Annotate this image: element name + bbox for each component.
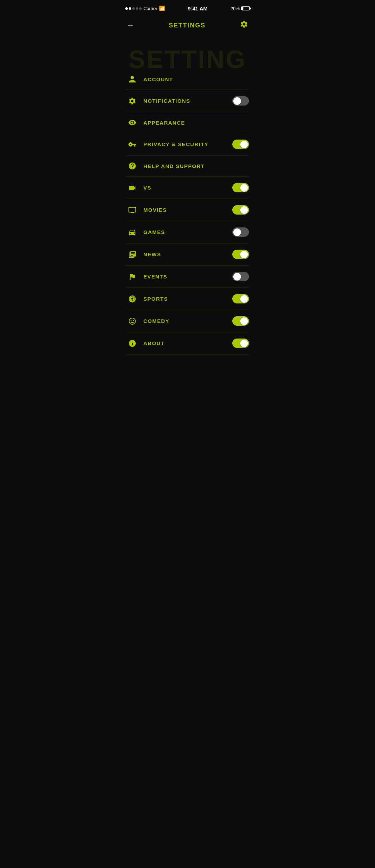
status-right: 20%	[231, 6, 250, 11]
setting-label-privacy-security: PRIVACY & SECURITY	[143, 141, 232, 147]
gear-icon	[126, 97, 139, 105]
wifi-icon: 📶	[159, 6, 165, 11]
setting-label-about: ABOUT	[143, 340, 232, 346]
info-icon	[126, 339, 139, 348]
setting-item-account[interactable]: ACCOUNT	[126, 69, 249, 90]
setting-item-movies[interactable]: MOVIES	[126, 199, 249, 221]
toggle-events[interactable]	[232, 272, 249, 281]
status-left: Carrier 📶	[125, 6, 165, 11]
setting-item-news[interactable]: NEWS	[126, 243, 249, 266]
tv-icon	[126, 206, 139, 214]
flag-icon	[126, 273, 139, 281]
setting-item-vs[interactable]: VS	[126, 177, 249, 199]
setting-item-games[interactable]: GAMES	[126, 221, 249, 243]
top-nav: ← SETTINGS	[120, 15, 255, 34]
smiley-icon	[126, 317, 139, 325]
toggle-news[interactable]	[232, 250, 249, 259]
setting-item-privacy-security[interactable]: PRIVACY & SECURITY	[126, 133, 249, 156]
toggle-vs[interactable]	[232, 183, 249, 192]
support-icon	[126, 162, 139, 170]
toggle-privacy-security[interactable]	[232, 140, 249, 149]
setting-label-appearance: APPEARANCE	[143, 120, 249, 126]
person-icon	[126, 75, 139, 83]
setting-item-sports[interactable]: SPORTS	[126, 288, 249, 310]
setting-label-events: EVENTS	[143, 274, 232, 279]
setting-label-notifications: NOTIFICATIONS	[143, 98, 232, 104]
settings-icon[interactable]	[240, 20, 248, 31]
soccer-icon	[126, 295, 139, 303]
toggle-sports[interactable]	[232, 294, 249, 303]
toggle-thumb-privacy-security	[240, 141, 248, 148]
setting-label-vs: VS	[143, 185, 232, 191]
setting-item-notifications[interactable]: NOTIFICATIONS	[126, 90, 249, 112]
signal-dots	[125, 7, 142, 10]
toggle-about[interactable]	[232, 339, 249, 348]
status-time: 9:41 AM	[188, 6, 208, 11]
toggle-thumb-movies	[240, 206, 248, 214]
car-icon	[126, 228, 139, 236]
toggle-thumb-notifications	[233, 97, 241, 105]
toggle-thumb-sports	[240, 295, 248, 303]
toggle-movies[interactable]	[232, 205, 249, 215]
setting-item-comedy[interactable]: COMEDY	[126, 310, 249, 332]
carrier-label: Carrier	[143, 6, 157, 11]
setting-label-games: GAMES	[143, 229, 232, 235]
battery-percent: 20%	[231, 6, 240, 11]
setting-item-about[interactable]: ABOUT	[126, 332, 249, 354]
battery-icon	[241, 6, 250, 10]
settings-list: ACCOUNTNOTIFICATIONSAPPEARANCEPRIVACY & …	[120, 69, 255, 354]
toggle-notifications[interactable]	[232, 96, 249, 106]
setting-item-appearance[interactable]: APPEARANCE	[126, 112, 249, 133]
setting-label-movies: MOVIES	[143, 207, 232, 213]
toggle-thumb-games	[233, 228, 241, 236]
toggle-comedy[interactable]	[232, 316, 249, 326]
setting-item-help-support[interactable]: HELP AND SUPPORT	[126, 156, 249, 177]
setting-label-news: NEWS	[143, 251, 232, 257]
back-button[interactable]: ←	[127, 21, 134, 30]
toggle-games[interactable]	[232, 227, 249, 237]
toggle-thumb-about	[240, 340, 248, 347]
key-icon	[126, 140, 139, 149]
eye-icon	[126, 118, 139, 127]
setting-item-events[interactable]: EVENTS	[126, 266, 249, 288]
setting-label-help-support: HELP AND SUPPORT	[143, 163, 249, 169]
toggle-thumb-events	[233, 273, 241, 281]
setting-label-sports: SPORTS	[143, 296, 232, 302]
setting-label-account: ACCOUNT	[143, 76, 249, 82]
toggle-thumb-comedy	[240, 317, 248, 325]
news-icon	[126, 250, 139, 259]
status-bar: Carrier 📶 9:41 AM 20%	[120, 0, 255, 15]
camera-icon	[126, 184, 139, 192]
toggle-thumb-vs	[240, 184, 248, 192]
toggle-thumb-news	[240, 251, 248, 258]
page-title: SETTINGS	[169, 22, 206, 29]
setting-label-comedy: COMEDY	[143, 318, 232, 324]
